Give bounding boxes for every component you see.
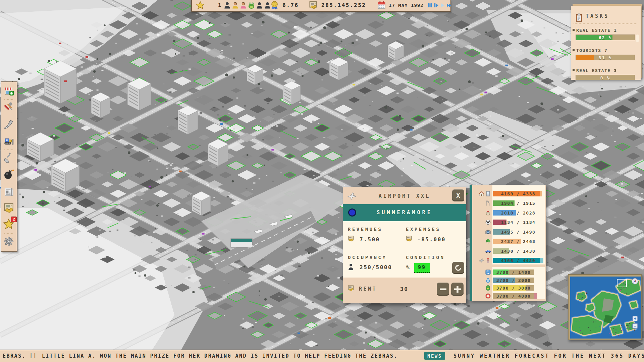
island-stats-panel: 4169 / 4338 1904 / 1915 2010 / 2028 1184… <box>470 185 546 301</box>
time-controls <box>427 0 453 10</box>
news-badge: NEWS <box>424 352 445 360</box>
repair-button[interactable] <box>452 262 464 274</box>
svg-text:+: + <box>634 316 636 321</box>
tool-road[interactable] <box>3 119 14 129</box>
status-bar: 1 6.76 285.145.252 17 MAY 1992 <box>191 0 451 12</box>
occupancy-value: 250/5000 <box>360 264 392 270</box>
tool-finances[interactable] <box>3 202 14 213</box>
lighthouse-icon <box>485 257 491 263</box>
stat-bar: 3700 / 2000 <box>493 278 534 283</box>
condition-value: 99 <box>414 263 430 273</box>
tool-bomb[interactable] <box>3 169 14 180</box>
tourist-male-icon <box>223 1 231 10</box>
tool-settings[interactable] <box>3 236 14 247</box>
money-icon <box>309 0 318 10</box>
revenues-money-icon <box>347 235 355 242</box>
stat-icons <box>472 210 491 216</box>
tourist-female-tan-icon <box>231 1 239 10</box>
rating-medal-icon <box>270 0 279 10</box>
rent-label: RENT <box>359 286 377 292</box>
stat-icons <box>472 238 491 244</box>
rescue-icon <box>485 293 491 299</box>
stat-icons <box>472 277 491 283</box>
stat-value: 3700 / 3000 <box>493 286 534 291</box>
expenses-label: EXPENSES <box>406 227 440 232</box>
stat-icons <box>472 269 491 275</box>
play-button[interactable] <box>440 2 445 9</box>
stat-icons <box>472 293 491 299</box>
house-icon <box>478 191 484 197</box>
task-percent: 31 % <box>576 55 635 60</box>
restaurant-icon <box>485 200 491 206</box>
stat-icons <box>472 191 491 197</box>
expenses-money-icon <box>405 235 413 242</box>
minimap[interactable]: +− <box>568 274 642 340</box>
task-percent: 62 % <box>576 35 635 40</box>
tasks-scrollbar[interactable] <box>636 35 639 42</box>
stat-bar: 3700 / 1400 <box>493 269 534 275</box>
tool-newspaper[interactable] <box>3 186 14 197</box>
condition-unit: % <box>406 264 410 270</box>
stat-bar: 3700 / 4000 <box>493 293 534 299</box>
task-progress-bar: 62 % <box>576 35 635 40</box>
condition-label: CONDITION <box>406 255 445 260</box>
stat-bar: 3700 / 3000 <box>493 285 534 291</box>
expenses-value: -85.000 <box>417 236 446 243</box>
tasks-panel: TASKS REAL ESTATE 1 62 % TOURISTS 7 31 %… <box>571 6 641 80</box>
shopping-icon <box>485 210 491 216</box>
stat-icons <box>472 229 491 235</box>
building-icon <box>485 191 491 197</box>
stat-bar: 1184 / 1184 <box>493 220 543 225</box>
plane-icon <box>478 257 484 263</box>
tool-bulldozer[interactable] <box>3 135 14 146</box>
building-dialog: AIRPORT XXL X SUMMER&MORE REVENUES 7.500… <box>343 187 466 303</box>
rating-value: 6.76 <box>282 0 299 10</box>
step-button[interactable] <box>434 2 439 9</box>
rent-money-icon <box>347 285 355 292</box>
stat-value: 2010 / 2028 <box>493 210 543 216</box>
svg-text:−: − <box>634 324 636 328</box>
revenues-value: 7.500 <box>360 236 380 243</box>
company-name: SUMMER&MORE <box>343 209 466 216</box>
rent-increase-button[interactable] <box>451 283 464 296</box>
rent-decrease-button[interactable] <box>437 283 449 296</box>
tool-shovel[interactable] <box>3 152 14 163</box>
stat-value: 3700 / 2000 <box>493 278 534 283</box>
calendar-icon <box>377 0 386 10</box>
dialog-body: REVENUES 7.500 EXPENSES -85.000 OCCUPANC… <box>343 221 466 278</box>
stat-bar: 4169 / 4338 <box>493 191 543 196</box>
rent-value: 30 <box>400 286 408 292</box>
stat-value: 1495 / 1498 <box>493 230 543 235</box>
task-progress-bar: 0 % <box>576 75 635 80</box>
tool-shop-build[interactable] <box>3 86 14 97</box>
dialog-header: AIRPORT XXL X <box>343 187 466 204</box>
soccer-icon <box>485 219 491 225</box>
energy-icon <box>485 285 491 291</box>
tool-tools[interactable] <box>3 102 14 113</box>
build-toolbar: 2 <box>1 81 17 252</box>
pause-button[interactable] <box>427 2 433 9</box>
task-bullet <box>573 29 575 31</box>
fast-forward-button[interactable] <box>446 2 452 9</box>
star-icon <box>196 0 205 10</box>
stat-icons <box>472 285 491 291</box>
city-map-view[interactable] <box>0 0 644 362</box>
task-label: REAL ESTATE 1 <box>576 28 617 33</box>
notification-badge: 2 <box>11 217 17 222</box>
stat-bar: 4166 / 4480 <box>493 258 543 263</box>
toolbar-divider <box>4 149 13 150</box>
stat-value: 3700 / 1400 <box>493 270 534 275</box>
close-button[interactable]: X <box>452 189 464 201</box>
tool-star[interactable]: 2 <box>3 219 14 229</box>
stat-value: 2437 / 2468 <box>493 239 543 244</box>
occupancy-label: OCCUPANCY <box>348 255 387 260</box>
dialog-title: AIRPORT XXL <box>343 193 466 199</box>
tasks-divider <box>574 23 637 24</box>
clipboard-icon <box>575 13 583 22</box>
ticker-separator: || <box>30 352 37 358</box>
task-bullet <box>573 69 575 71</box>
task-progress-bar: 31 % <box>576 55 635 60</box>
stat-icons <box>472 200 491 206</box>
date-value: 17 MAY 1992 <box>389 0 424 10</box>
stat-bar: 2010 / 2028 <box>493 210 543 216</box>
